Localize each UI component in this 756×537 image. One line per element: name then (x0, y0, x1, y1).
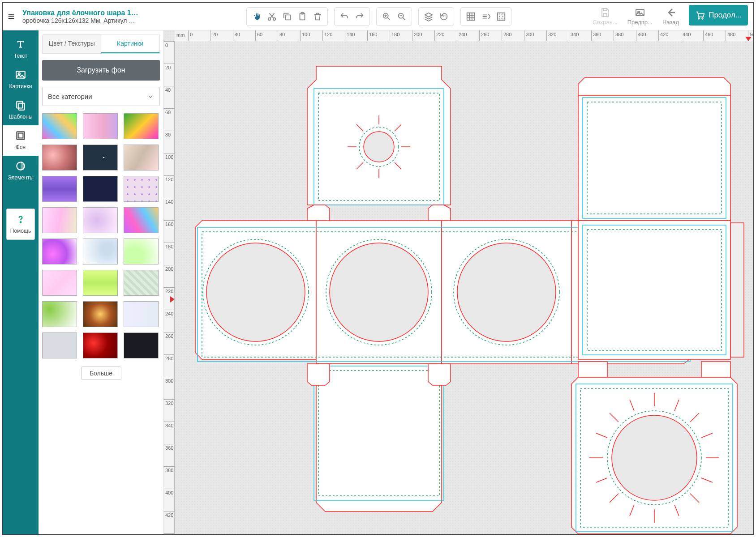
svg-point-53 (612, 415, 697, 500)
bg-thumb[interactable] (42, 207, 77, 233)
bg-thumb[interactable] (124, 239, 159, 264)
svg-rect-8 (498, 13, 505, 20)
chevron-down-icon (147, 93, 154, 100)
bg-thumb[interactable] (42, 113, 77, 139)
tab-colors[interactable]: Цвет / Текстуры (43, 34, 101, 53)
layers-tool[interactable] (421, 9, 436, 24)
svg-rect-15 (17, 101, 22, 108)
bg-thumb[interactable] (83, 207, 118, 233)
bg-thumb[interactable] (124, 332, 159, 358)
delete-tool[interactable] (310, 9, 325, 24)
project-title: Упаковка для ёлочного шара 11... (22, 9, 139, 17)
save-action[interactable]: Сохран... (593, 7, 617, 26)
svg-rect-48 (578, 221, 730, 359)
rail-elements[interactable]: Элементы (3, 156, 39, 186)
undo-tool[interactable] (337, 9, 352, 24)
svg-rect-2 (285, 15, 290, 20)
cut-tool[interactable] (265, 9, 279, 24)
svg-rect-7 (467, 13, 475, 20)
category-select[interactable]: Все категории (42, 87, 160, 106)
preview-action[interactable]: Предпр... (627, 7, 653, 26)
bg-thumb[interactable] (42, 239, 77, 264)
zoom-out-tool[interactable] (395, 9, 409, 24)
toolbar (246, 7, 511, 26)
rail-help[interactable]: Помощь (6, 209, 35, 240)
svg-point-12 (702, 17, 703, 19)
bg-thumb[interactable] (42, 176, 77, 202)
rail-templates[interactable]: Шаблоны (3, 95, 39, 125)
ruler-horizontal: mm 0204060801001201401601802002202402602… (175, 30, 753, 41)
ruler-marker (170, 296, 175, 303)
svg-point-20 (20, 222, 21, 222)
bg-thumb[interactable] (124, 270, 159, 296)
canvas-area[interactable]: mm 0204060801001201401601802002202402602… (164, 30, 753, 534)
svg-point-41 (457, 243, 556, 341)
guides-tool[interactable] (494, 9, 508, 24)
panel-tabs: Цвет / Текстуры Картинки (42, 34, 160, 54)
bg-thumb[interactable] (124, 207, 159, 233)
grid-tool[interactable] (464, 9, 478, 24)
side-panel: Цвет / Текстуры Картинки Загрузить фон В… (39, 30, 164, 534)
back-label: Назад (662, 19, 679, 26)
redo-tool[interactable] (352, 9, 367, 24)
paste-tool[interactable] (295, 9, 309, 24)
tab-images[interactable]: Картинки (101, 34, 160, 53)
ruler-vertical: 0204060801001201401601802002202402602803… (164, 41, 175, 534)
bg-thumb[interactable] (124, 176, 159, 202)
bg-thumb[interactable] (42, 270, 77, 296)
continue-button[interactable]: Продол... (689, 5, 748, 26)
bg-thumb[interactable] (42, 301, 77, 327)
bg-thumb[interactable] (83, 301, 118, 327)
bg-thumb[interactable] (83, 239, 118, 264)
title-block: Упаковка для ёлочного шара 11... оробочк… (22, 9, 139, 24)
rail-images[interactable]: Картинки (3, 64, 39, 95)
menu-icon[interactable]: ≡ (3, 9, 20, 23)
continue-label: Продол... (709, 11, 742, 20)
bg-thumb[interactable] (83, 332, 118, 358)
upload-background-button[interactable]: Загрузить фон (42, 60, 160, 81)
ruler-marker-right (745, 37, 752, 41)
bg-thumb[interactable] (83, 270, 118, 296)
svg-rect-45 (578, 95, 730, 221)
bg-thumb[interactable] (42, 332, 77, 358)
bg-thumb[interactable] (124, 113, 159, 139)
bg-thumb[interactable] (124, 301, 159, 327)
pan-tool[interactable] (249, 9, 264, 24)
bg-thumb[interactable] (42, 145, 77, 170)
save-label: Сохран... (593, 19, 617, 26)
top-bar: ≡ Упаковка для ёлочного шара 11... оробо… (3, 3, 753, 30)
zoom-in-tool[interactable] (379, 9, 394, 24)
copy-tool[interactable] (280, 9, 294, 24)
thumbnail-grid (42, 113, 160, 358)
project-subtitle: оробочка 126x126x132 Мм, Артикул B-1... (22, 17, 139, 24)
back-action[interactable]: Назад (662, 7, 679, 26)
reset-tool[interactable] (437, 9, 451, 24)
left-rail: Текст Картинки Шаблоны Фон Элементы Помо… (3, 30, 39, 534)
bg-thumb[interactable] (83, 113, 118, 139)
category-value: Все категории (48, 93, 92, 100)
svg-point-23 (364, 132, 394, 162)
svg-point-37 (206, 243, 305, 341)
more-button[interactable]: Больше (81, 367, 121, 380)
svg-rect-18 (18, 133, 23, 138)
snap-tool[interactable] (479, 9, 493, 24)
bg-thumb[interactable] (83, 176, 118, 202)
rail-text[interactable]: Текст (3, 34, 39, 64)
bg-thumb[interactable] (124, 145, 159, 170)
bg-thumb[interactable] (83, 145, 118, 170)
dieline-design (182, 48, 746, 537)
preview-label: Предпр... (627, 19, 653, 26)
svg-point-11 (698, 17, 700, 19)
svg-rect-16 (19, 103, 25, 110)
svg-point-39 (330, 243, 428, 341)
rail-background[interactable]: Фон (3, 125, 39, 156)
